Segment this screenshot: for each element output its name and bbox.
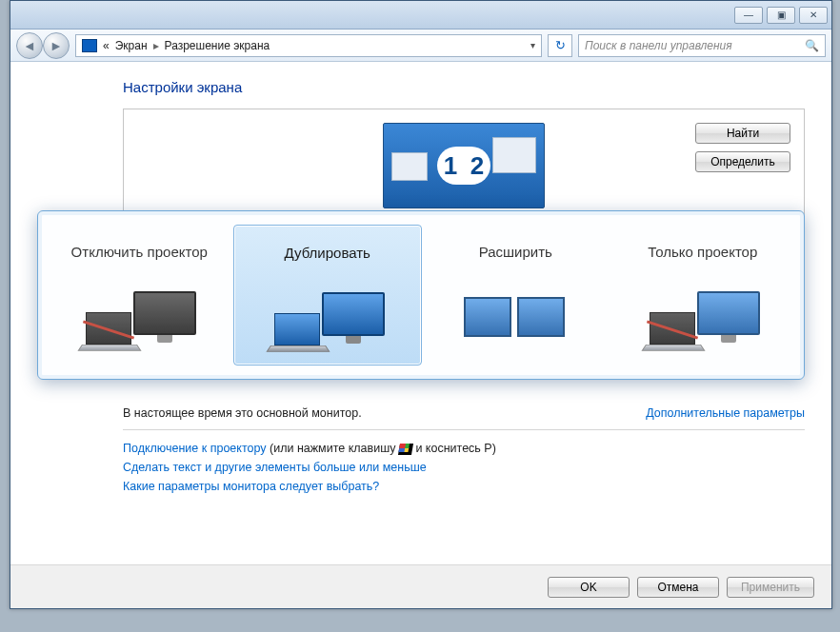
projector-hint-post: и коснитесь P) [412, 442, 496, 455]
extend-icon [458, 287, 572, 354]
titlebar: — ▣ ✕ [10, 1, 831, 30]
projection-mode-overlay: Отключить проектор Дублировать Расширить… [37, 210, 805, 380]
lower-panel: В настоящее время это основной монитор. … [123, 406, 805, 499]
apply-button[interactable]: Применить [727, 577, 814, 598]
main-monitor-note: В настоящее время это основной монитор. [123, 406, 362, 420]
monitor-number-badge: 12 [437, 147, 490, 185]
find-button[interactable]: Найти [695, 123, 790, 144]
projector-hint-pre: (или нажмите клавишу [267, 442, 399, 455]
breadcrumb-separator-icon: ▸ [153, 39, 159, 52]
monitor-arrangement[interactable]: 12 [383, 123, 545, 208]
projection-option-label: Отключить проектор [71, 234, 208, 270]
monitor-mini-icon [391, 152, 428, 181]
advanced-settings-link[interactable]: Дополнительные параметры [646, 406, 805, 420]
projection-option-extend[interactable]: Расширить [422, 225, 610, 365]
cancel-button[interactable]: Отмена [637, 577, 719, 598]
refresh-button[interactable]: ↻ [548, 34, 572, 57]
breadcrumb-screen[interactable]: Экран [115, 39, 148, 52]
projection-option-disconnect[interactable]: Отключить проектор [46, 225, 233, 365]
nav-back-button[interactable]: ◄ [16, 32, 43, 59]
which-settings-link[interactable]: Какие параметры монитора следует выбрать… [123, 480, 379, 493]
control-panel-icon [82, 39, 97, 52]
maximize-button[interactable]: ▣ [767, 7, 795, 24]
search-icon[interactable]: 🔍 [805, 39, 819, 52]
nav-forward-button[interactable]: ► [43, 32, 70, 59]
projection-option-label: Дублировать [285, 235, 370, 271]
window-frame: — ▣ ✕ ◄ ► « Экран ▸ Разрешение экрана ▾ … [10, 0, 832, 609]
projection-option-label: Только проектор [648, 234, 757, 270]
projection-option-duplicate[interactable]: Дублировать [233, 225, 423, 365]
projection-option-label: Расширить [479, 234, 552, 270]
breadcrumb-chevrons: « [103, 39, 110, 52]
ok-button[interactable]: OK [548, 577, 630, 598]
search-placeholder: Поиск в панели управления [585, 39, 732, 52]
identify-button[interactable]: Определить [695, 151, 790, 172]
address-dropdown-icon[interactable]: ▾ [530, 40, 535, 50]
text-size-link[interactable]: Сделать текст и другие элементы больше и… [123, 461, 427, 474]
footer-button-bar: OK Отмена Применить [10, 564, 831, 608]
minimize-button[interactable]: — [734, 7, 763, 24]
monitor-mini-icon [492, 137, 536, 173]
breadcrumb-resolution[interactable]: Разрешение экрана [165, 39, 270, 52]
toolbar: ◄ ► « Экран ▸ Разрешение экрана ▾ ↻ Поис… [10, 30, 831, 62]
duplicate-icon [270, 288, 385, 355]
windows-key-icon [398, 444, 413, 455]
projection-option-projector-only[interactable]: Только проектор [610, 225, 797, 365]
disconnect-projector-icon [82, 287, 196, 354]
close-button[interactable]: ✕ [799, 7, 828, 24]
address-bar[interactable]: « Экран ▸ Разрешение экрана ▾ [75, 34, 542, 57]
connect-projector-link[interactable]: Подключение к проектору [123, 442, 267, 455]
page-title: Настройки экрана [123, 79, 805, 95]
search-input[interactable]: Поиск в панели управления 🔍 [578, 34, 826, 57]
projector-only-icon [646, 287, 760, 354]
